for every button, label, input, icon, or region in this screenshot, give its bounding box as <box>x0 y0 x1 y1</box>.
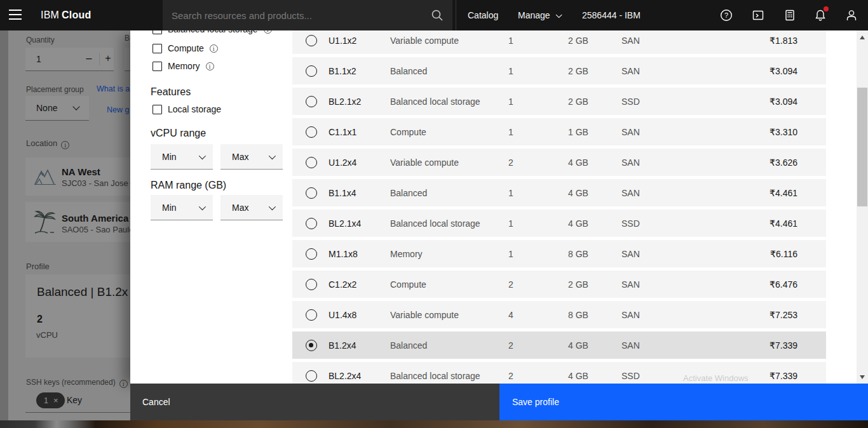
vcpu-value: 1 <box>508 66 513 76</box>
vcpu-min-select[interactable]: Min <box>151 144 213 170</box>
nav-manage[interactable]: Manage <box>518 0 560 30</box>
ram-value: 2 GB <box>568 279 588 290</box>
radio-button[interactable] <box>306 279 317 290</box>
table-row[interactable]: U1.2x4Variable compute24 GBSAN₹3.626 <box>292 149 826 176</box>
vcpu-range-label: vCPU range <box>151 128 206 139</box>
checkbox[interactable] <box>153 30 162 34</box>
table-row[interactable]: C1.2x2Compute22 GBSAN₹6.476 <box>292 271 826 298</box>
filter-balanced-local-storage[interactable]: Balanced local storage <box>153 30 272 34</box>
ram-value: 4 GB <box>568 218 588 229</box>
ram-value: 4 GB <box>568 188 588 198</box>
table-row[interactable]: BL2.2x4Balanced local storage24 GBSSD₹7.… <box>292 362 826 384</box>
screen: Quantity 1 – + Bi Placement group What i… <box>0 0 868 428</box>
cost-estimator-icon[interactable] <box>783 9 796 22</box>
profile-name: BL2.1x4 <box>329 218 361 229</box>
global-search[interactable] <box>163 0 452 30</box>
radio-button[interactable] <box>306 218 317 229</box>
web-console-icon[interactable] <box>752 9 764 22</box>
ram-max-select[interactable]: Max <box>220 195 283 220</box>
scrollbar-down-arrow[interactable] <box>860 375 865 379</box>
info-icon <box>206 62 214 70</box>
nav-catalog[interactable]: Catalog <box>468 0 498 30</box>
storage-type: SAN <box>621 127 640 137</box>
price-value: ₹7.253 <box>770 310 797 320</box>
storage-type: SAN <box>621 249 640 259</box>
vcpu-value: 2 <box>508 279 513 290</box>
filter-compute[interactable]: Compute <box>153 43 218 53</box>
chevron-down-icon <box>199 152 206 159</box>
save-profile-button[interactable]: Save profile <box>499 384 868 420</box>
table-row[interactable]: B1.2x4Balanced24 GBSAN₹7.339 <box>292 331 826 359</box>
vcpu-max-select[interactable]: Max <box>220 144 283 170</box>
profile-type: Balanced local storage <box>390 97 480 107</box>
table-row[interactable]: BL2.1x2Balanced local storage12 GBSSD₹3.… <box>292 88 826 115</box>
table-row[interactable]: C1.1x1Compute11 GBSAN₹3.310 <box>292 118 826 145</box>
ram-min-select[interactable]: Min <box>151 195 213 220</box>
table-row[interactable]: M1.1x8Memory18 GBSAN₹6.116 <box>292 240 826 267</box>
radio-button[interactable] <box>306 35 317 46</box>
help-icon[interactable]: ? <box>720 9 733 22</box>
chevron-down-icon <box>555 11 562 18</box>
radio-button[interactable] <box>306 126 317 138</box>
table-row[interactable]: BL2.1x4Balanced local storage14 GBSSD₹4.… <box>292 210 826 237</box>
ram-value: 2 GB <box>568 97 588 107</box>
radio-button[interactable] <box>306 187 317 199</box>
scrollbar-up-arrow[interactable] <box>860 36 865 39</box>
profile-name: BL2.1x2 <box>329 97 361 107</box>
storage-type: SSD <box>621 218 640 229</box>
vcpu-value: 2 <box>508 340 513 351</box>
account-name[interactable]: 2586444 - IBM <box>582 0 641 30</box>
left-edge-strip <box>0 30 8 420</box>
brand-logo[interactable]: IBMCloud <box>41 0 91 30</box>
desktop-wallpaper-strip <box>0 420 868 428</box>
notification-badge <box>824 6 829 11</box>
search-input[interactable] <box>172 0 426 30</box>
table-row[interactable]: U1.1x2Variable compute12 GBSAN₹1.813 <box>292 30 826 54</box>
radio-button[interactable] <box>306 340 317 351</box>
profile-table: U1.1x2Variable compute12 GBSAN₹1.813B1.1… <box>292 30 826 384</box>
table-row[interactable]: B1.1x4Balanced14 GBSAN₹4.461 <box>292 179 826 206</box>
cancel-button[interactable]: Cancel <box>130 384 499 420</box>
radio-button[interactable] <box>306 370 317 382</box>
svg-text:?: ? <box>724 11 728 19</box>
storage-type: SAN <box>621 279 640 290</box>
ram-value: 4 GB <box>568 157 588 168</box>
profile-type: Balanced <box>390 188 427 198</box>
checkbox[interactable] <box>153 62 162 71</box>
vcpu-value: 1 <box>508 249 513 259</box>
radio-button[interactable] <box>306 157 317 168</box>
scrollbar[interactable] <box>857 30 868 384</box>
radio-button[interactable] <box>306 96 317 107</box>
radio-button[interactable] <box>306 309 317 321</box>
price-value: ₹1.813 <box>770 36 797 46</box>
checkbox[interactable] <box>153 44 162 53</box>
search-icon[interactable] <box>431 9 444 22</box>
profile-name: BL2.2x4 <box>329 371 361 381</box>
price-value: ₹6.116 <box>770 249 797 259</box>
filter-local-storage[interactable]: Local storage <box>153 104 221 114</box>
table-row[interactable]: U1.4x8Variable compute48 GBSAN₹7.253 <box>292 301 826 328</box>
ram-value: 1 GB <box>568 127 588 137</box>
user-avatar-icon[interactable] <box>845 9 858 22</box>
price-value: ₹4.461 <box>770 188 797 198</box>
ram-value: 4 GB <box>568 371 588 381</box>
vcpu-value: 4 <box>508 310 513 320</box>
profile-type: Balanced <box>390 340 427 351</box>
filter-memory[interactable]: Memory <box>153 61 214 71</box>
storage-type: SSD <box>621 97 640 107</box>
scrollbar-thumb[interactable] <box>857 88 867 206</box>
chevron-down-icon <box>199 203 206 210</box>
profile-name: U1.1x2 <box>329 36 356 46</box>
price-value: ₹6.476 <box>770 279 797 290</box>
checkbox[interactable] <box>153 105 162 114</box>
storage-type: SAN <box>621 188 640 198</box>
profile-type: Variable compute <box>390 157 459 168</box>
price-value: ₹7.339 <box>770 340 797 351</box>
radio-button[interactable] <box>306 248 317 260</box>
table-row[interactable]: B1.1x2Balanced12 GBSAN₹3.094 <box>292 57 826 84</box>
profile-name: B1.2x4 <box>329 340 356 351</box>
radio-button[interactable] <box>306 65 317 77</box>
hamburger-menu-icon[interactable] <box>9 10 22 21</box>
profile-type: Compute <box>390 279 426 290</box>
storage-type: SSD <box>621 371 640 381</box>
